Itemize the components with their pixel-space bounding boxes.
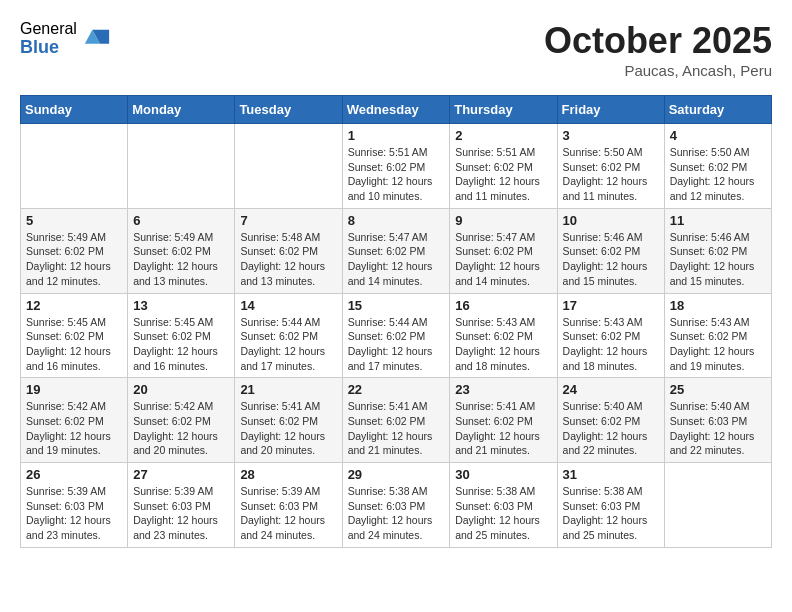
location: Paucas, Ancash, Peru: [544, 62, 772, 79]
day-info: Sunrise: 5:38 AM Sunset: 6:03 PM Dayligh…: [455, 484, 551, 543]
calendar-cell: 1Sunrise: 5:51 AM Sunset: 6:02 PM Daylig…: [342, 124, 450, 209]
day-info: Sunrise: 5:48 AM Sunset: 6:02 PM Dayligh…: [240, 230, 336, 289]
day-info: Sunrise: 5:46 AM Sunset: 6:02 PM Dayligh…: [563, 230, 659, 289]
page-header: General Blue October 2025 Paucas, Ancash…: [20, 20, 772, 79]
day-info: Sunrise: 5:50 AM Sunset: 6:02 PM Dayligh…: [670, 145, 766, 204]
logo-blue: Blue: [20, 38, 77, 58]
day-info: Sunrise: 5:40 AM Sunset: 6:02 PM Dayligh…: [563, 399, 659, 458]
weekday-header: Thursday: [450, 96, 557, 124]
day-info: Sunrise: 5:49 AM Sunset: 6:02 PM Dayligh…: [133, 230, 229, 289]
logo-text: General Blue: [20, 20, 77, 57]
weekday-header: Monday: [128, 96, 235, 124]
day-number: 9: [455, 213, 551, 228]
calendar-cell: 29Sunrise: 5:38 AM Sunset: 6:03 PM Dayli…: [342, 463, 450, 548]
day-number: 26: [26, 467, 122, 482]
calendar-cell: 5Sunrise: 5:49 AM Sunset: 6:02 PM Daylig…: [21, 208, 128, 293]
calendar-cell: 30Sunrise: 5:38 AM Sunset: 6:03 PM Dayli…: [450, 463, 557, 548]
calendar-cell: 3Sunrise: 5:50 AM Sunset: 6:02 PM Daylig…: [557, 124, 664, 209]
day-number: 14: [240, 298, 336, 313]
calendar-cell: 14Sunrise: 5:44 AM Sunset: 6:02 PM Dayli…: [235, 293, 342, 378]
calendar-cell: [235, 124, 342, 209]
day-info: Sunrise: 5:43 AM Sunset: 6:02 PM Dayligh…: [670, 315, 766, 374]
calendar-cell: 15Sunrise: 5:44 AM Sunset: 6:02 PM Dayli…: [342, 293, 450, 378]
day-info: Sunrise: 5:39 AM Sunset: 6:03 PM Dayligh…: [26, 484, 122, 543]
day-number: 10: [563, 213, 659, 228]
calendar-cell: 16Sunrise: 5:43 AM Sunset: 6:02 PM Dayli…: [450, 293, 557, 378]
calendar-cell: 9Sunrise: 5:47 AM Sunset: 6:02 PM Daylig…: [450, 208, 557, 293]
calendar-cell: 8Sunrise: 5:47 AM Sunset: 6:02 PM Daylig…: [342, 208, 450, 293]
day-info: Sunrise: 5:49 AM Sunset: 6:02 PM Dayligh…: [26, 230, 122, 289]
day-number: 15: [348, 298, 445, 313]
calendar-cell: 6Sunrise: 5:49 AM Sunset: 6:02 PM Daylig…: [128, 208, 235, 293]
day-info: Sunrise: 5:38 AM Sunset: 6:03 PM Dayligh…: [563, 484, 659, 543]
calendar-cell: 4Sunrise: 5:50 AM Sunset: 6:02 PM Daylig…: [664, 124, 771, 209]
day-number: 22: [348, 382, 445, 397]
day-number: 8: [348, 213, 445, 228]
calendar-cell: 18Sunrise: 5:43 AM Sunset: 6:02 PM Dayli…: [664, 293, 771, 378]
day-info: Sunrise: 5:51 AM Sunset: 6:02 PM Dayligh…: [348, 145, 445, 204]
weekday-header: Saturday: [664, 96, 771, 124]
day-info: Sunrise: 5:45 AM Sunset: 6:02 PM Dayligh…: [26, 315, 122, 374]
calendar-cell: 10Sunrise: 5:46 AM Sunset: 6:02 PM Dayli…: [557, 208, 664, 293]
calendar-cell: 26Sunrise: 5:39 AM Sunset: 6:03 PM Dayli…: [21, 463, 128, 548]
day-number: 23: [455, 382, 551, 397]
logo: General Blue: [20, 20, 111, 57]
day-info: Sunrise: 5:43 AM Sunset: 6:02 PM Dayligh…: [455, 315, 551, 374]
day-info: Sunrise: 5:51 AM Sunset: 6:02 PM Dayligh…: [455, 145, 551, 204]
day-info: Sunrise: 5:47 AM Sunset: 6:02 PM Dayligh…: [455, 230, 551, 289]
calendar-cell: 28Sunrise: 5:39 AM Sunset: 6:03 PM Dayli…: [235, 463, 342, 548]
calendar-cell: [128, 124, 235, 209]
weekday-header: Wednesday: [342, 96, 450, 124]
calendar-cell: 20Sunrise: 5:42 AM Sunset: 6:02 PM Dayli…: [128, 378, 235, 463]
day-number: 2: [455, 128, 551, 143]
day-number: 30: [455, 467, 551, 482]
logo-general: General: [20, 20, 77, 38]
day-info: Sunrise: 5:47 AM Sunset: 6:02 PM Dayligh…: [348, 230, 445, 289]
day-number: 5: [26, 213, 122, 228]
day-info: Sunrise: 5:38 AM Sunset: 6:03 PM Dayligh…: [348, 484, 445, 543]
day-info: Sunrise: 5:44 AM Sunset: 6:02 PM Dayligh…: [348, 315, 445, 374]
day-info: Sunrise: 5:45 AM Sunset: 6:02 PM Dayligh…: [133, 315, 229, 374]
day-info: Sunrise: 5:50 AM Sunset: 6:02 PM Dayligh…: [563, 145, 659, 204]
calendar-cell: 17Sunrise: 5:43 AM Sunset: 6:02 PM Dayli…: [557, 293, 664, 378]
calendar-cell: 25Sunrise: 5:40 AM Sunset: 6:03 PM Dayli…: [664, 378, 771, 463]
day-number: 21: [240, 382, 336, 397]
title-section: October 2025 Paucas, Ancash, Peru: [544, 20, 772, 79]
calendar-cell: 21Sunrise: 5:41 AM Sunset: 6:02 PM Dayli…: [235, 378, 342, 463]
day-number: 18: [670, 298, 766, 313]
day-info: Sunrise: 5:42 AM Sunset: 6:02 PM Dayligh…: [133, 399, 229, 458]
calendar-cell: [664, 463, 771, 548]
calendar-cell: 24Sunrise: 5:40 AM Sunset: 6:02 PM Dayli…: [557, 378, 664, 463]
day-info: Sunrise: 5:41 AM Sunset: 6:02 PM Dayligh…: [348, 399, 445, 458]
logo-icon: [83, 25, 111, 53]
calendar-cell: 27Sunrise: 5:39 AM Sunset: 6:03 PM Dayli…: [128, 463, 235, 548]
day-number: 29: [348, 467, 445, 482]
day-info: Sunrise: 5:39 AM Sunset: 6:03 PM Dayligh…: [240, 484, 336, 543]
calendar-cell: 31Sunrise: 5:38 AM Sunset: 6:03 PM Dayli…: [557, 463, 664, 548]
day-number: 27: [133, 467, 229, 482]
day-info: Sunrise: 5:42 AM Sunset: 6:02 PM Dayligh…: [26, 399, 122, 458]
calendar-cell: 19Sunrise: 5:42 AM Sunset: 6:02 PM Dayli…: [21, 378, 128, 463]
day-number: 4: [670, 128, 766, 143]
day-number: 19: [26, 382, 122, 397]
day-number: 12: [26, 298, 122, 313]
day-number: 13: [133, 298, 229, 313]
day-number: 20: [133, 382, 229, 397]
day-info: Sunrise: 5:41 AM Sunset: 6:02 PM Dayligh…: [240, 399, 336, 458]
calendar-cell: 7Sunrise: 5:48 AM Sunset: 6:02 PM Daylig…: [235, 208, 342, 293]
day-info: Sunrise: 5:41 AM Sunset: 6:02 PM Dayligh…: [455, 399, 551, 458]
weekday-header: Tuesday: [235, 96, 342, 124]
calendar-cell: 11Sunrise: 5:46 AM Sunset: 6:02 PM Dayli…: [664, 208, 771, 293]
weekday-header: Sunday: [21, 96, 128, 124]
day-number: 1: [348, 128, 445, 143]
day-info: Sunrise: 5:39 AM Sunset: 6:03 PM Dayligh…: [133, 484, 229, 543]
day-number: 31: [563, 467, 659, 482]
day-number: 25: [670, 382, 766, 397]
day-info: Sunrise: 5:40 AM Sunset: 6:03 PM Dayligh…: [670, 399, 766, 458]
day-number: 28: [240, 467, 336, 482]
month-title: October 2025: [544, 20, 772, 62]
weekday-header: Friday: [557, 96, 664, 124]
calendar-table: SundayMondayTuesdayWednesdayThursdayFrid…: [20, 95, 772, 548]
day-number: 16: [455, 298, 551, 313]
calendar-cell: 2Sunrise: 5:51 AM Sunset: 6:02 PM Daylig…: [450, 124, 557, 209]
